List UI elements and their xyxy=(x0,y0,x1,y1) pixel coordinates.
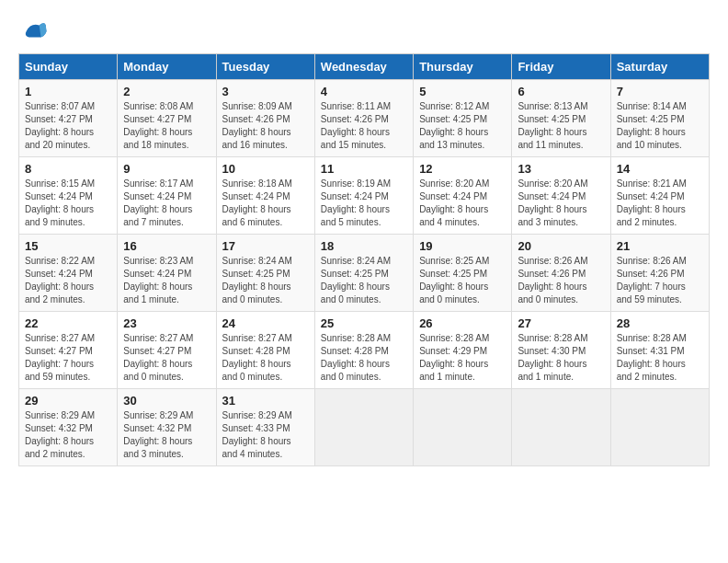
day-number: 29 xyxy=(25,394,111,408)
day-number: 21 xyxy=(617,239,703,253)
day-info: Sunrise: 8:26 AMSunset: 4:26 PMDaylight:… xyxy=(518,256,587,304)
calendar-cell: 21 Sunrise: 8:26 AMSunset: 4:26 PMDaylig… xyxy=(610,235,709,312)
day-number: 24 xyxy=(222,316,309,330)
calendar-week-row: 15 Sunrise: 8:22 AMSunset: 4:24 PMDaylig… xyxy=(19,235,710,312)
calendar-cell: 28 Sunrise: 8:28 AMSunset: 4:31 PMDaylig… xyxy=(610,312,709,389)
day-info: Sunrise: 8:27 AMSunset: 4:27 PMDaylight:… xyxy=(25,333,95,382)
header-saturday: Saturday xyxy=(610,54,709,80)
calendar-cell: 14 Sunrise: 8:21 AMSunset: 4:24 PMDaylig… xyxy=(610,157,709,235)
day-info: Sunrise: 8:24 AMSunset: 4:25 PMDaylight:… xyxy=(321,256,391,304)
calendar-cell: 24 Sunrise: 8:27 AMSunset: 4:28 PMDaylig… xyxy=(216,312,314,389)
day-info: Sunrise: 8:27 AMSunset: 4:27 PMDaylight:… xyxy=(123,333,193,382)
day-number: 18 xyxy=(321,239,407,253)
calendar-cell: 3 Sunrise: 8:09 AMSunset: 4:26 PMDayligh… xyxy=(216,80,314,157)
day-number: 30 xyxy=(123,394,210,408)
calendar-cell: 23 Sunrise: 8:27 AMSunset: 4:27 PMDaylig… xyxy=(118,312,216,389)
day-number: 23 xyxy=(123,316,210,330)
day-info: Sunrise: 8:24 AMSunset: 4:25 PMDaylight:… xyxy=(222,256,292,304)
day-info: Sunrise: 8:29 AMSunset: 4:32 PMDaylight:… xyxy=(25,410,95,459)
calendar-cell: 2 Sunrise: 8:08 AMSunset: 4:27 PMDayligh… xyxy=(118,80,216,157)
header-monday: Monday xyxy=(118,54,216,80)
header-tuesday: Tuesday xyxy=(216,54,314,80)
calendar-cell: 17 Sunrise: 8:24 AMSunset: 4:25 PMDaylig… xyxy=(216,235,314,312)
day-number: 26 xyxy=(419,316,506,330)
day-info: Sunrise: 8:27 AMSunset: 4:28 PMDaylight:… xyxy=(222,333,292,382)
day-number: 17 xyxy=(222,239,309,253)
header-wednesday: Wednesday xyxy=(314,54,413,80)
calendar-cell: 19 Sunrise: 8:25 AMSunset: 4:25 PMDaylig… xyxy=(414,235,512,312)
day-number: 8 xyxy=(25,162,111,176)
calendar-cell: 12 Sunrise: 8:20 AMSunset: 4:24 PMDaylig… xyxy=(414,157,512,235)
day-info: Sunrise: 8:18 AMSunset: 4:24 PMDaylight:… xyxy=(222,178,292,227)
day-info: Sunrise: 8:20 AMSunset: 4:24 PMDaylight:… xyxy=(518,178,587,227)
day-info: Sunrise: 8:19 AMSunset: 4:24 PMDaylight:… xyxy=(321,178,391,227)
calendar-week-row: 29 Sunrise: 8:29 AMSunset: 4:32 PMDaylig… xyxy=(19,389,710,466)
day-number: 12 xyxy=(419,162,506,176)
logo-icon xyxy=(22,18,48,44)
calendar-cell: 30 Sunrise: 8:29 AMSunset: 4:32 PMDaylig… xyxy=(118,389,216,466)
calendar-cell: 6 Sunrise: 8:13 AMSunset: 4:25 PMDayligh… xyxy=(512,80,610,157)
calendar-cell: 8 Sunrise: 8:15 AMSunset: 4:24 PMDayligh… xyxy=(19,157,118,235)
calendar-cell xyxy=(512,389,610,466)
day-number: 27 xyxy=(518,316,604,330)
day-info: Sunrise: 8:11 AMSunset: 4:26 PMDaylight:… xyxy=(321,101,391,150)
day-info: Sunrise: 8:29 AMSunset: 4:33 PMDaylight:… xyxy=(222,410,292,459)
calendar-cell: 13 Sunrise: 8:20 AMSunset: 4:24 PMDaylig… xyxy=(512,157,610,235)
page-header xyxy=(18,18,710,44)
calendar-table: SundayMondayTuesdayWednesdayThursdayFrid… xyxy=(18,53,710,466)
day-info: Sunrise: 8:28 AMSunset: 4:31 PMDaylight:… xyxy=(617,333,687,382)
day-number: 2 xyxy=(123,85,210,98)
day-number: 11 xyxy=(321,162,407,176)
calendar-week-row: 1 Sunrise: 8:07 AMSunset: 4:27 PMDayligh… xyxy=(19,80,710,157)
calendar-cell xyxy=(610,389,709,466)
day-number: 5 xyxy=(419,85,506,98)
day-number: 14 xyxy=(617,162,703,176)
calendar-cell: 7 Sunrise: 8:14 AMSunset: 4:25 PMDayligh… xyxy=(610,80,709,157)
day-number: 10 xyxy=(222,162,309,176)
calendar-cell: 15 Sunrise: 8:22 AMSunset: 4:24 PMDaylig… xyxy=(19,235,118,312)
calendar-cell: 27 Sunrise: 8:28 AMSunset: 4:30 PMDaylig… xyxy=(512,312,610,389)
calendar-cell: 18 Sunrise: 8:24 AMSunset: 4:25 PMDaylig… xyxy=(314,235,413,312)
calendar-cell: 31 Sunrise: 8:29 AMSunset: 4:33 PMDaylig… xyxy=(216,389,314,466)
calendar-header-row: SundayMondayTuesdayWednesdayThursdayFrid… xyxy=(19,54,710,80)
logo xyxy=(18,18,48,44)
day-info: Sunrise: 8:28 AMSunset: 4:28 PMDaylight:… xyxy=(321,333,391,382)
day-number: 4 xyxy=(321,85,407,98)
day-number: 31 xyxy=(222,394,309,408)
header-friday: Friday xyxy=(512,54,610,80)
day-number: 25 xyxy=(321,316,407,330)
day-number: 20 xyxy=(518,239,604,253)
day-info: Sunrise: 8:09 AMSunset: 4:26 PMDaylight:… xyxy=(222,101,292,150)
day-info: Sunrise: 8:20 AMSunset: 4:24 PMDaylight:… xyxy=(419,178,489,227)
day-info: Sunrise: 8:28 AMSunset: 4:29 PMDaylight:… xyxy=(419,333,489,382)
day-number: 28 xyxy=(617,316,703,330)
day-number: 15 xyxy=(25,239,111,253)
day-info: Sunrise: 8:12 AMSunset: 4:25 PMDaylight:… xyxy=(419,101,489,150)
day-number: 22 xyxy=(25,316,111,330)
calendar-cell: 29 Sunrise: 8:29 AMSunset: 4:32 PMDaylig… xyxy=(19,389,118,466)
calendar-cell: 16 Sunrise: 8:23 AMSunset: 4:24 PMDaylig… xyxy=(118,235,216,312)
calendar-cell: 4 Sunrise: 8:11 AMSunset: 4:26 PMDayligh… xyxy=(314,80,413,157)
header-thursday: Thursday xyxy=(414,54,512,80)
day-number: 19 xyxy=(419,239,506,253)
calendar-cell: 9 Sunrise: 8:17 AMSunset: 4:24 PMDayligh… xyxy=(118,157,216,235)
day-number: 7 xyxy=(617,85,703,98)
day-info: Sunrise: 8:22 AMSunset: 4:24 PMDaylight:… xyxy=(25,256,95,304)
day-info: Sunrise: 8:14 AMSunset: 4:25 PMDaylight:… xyxy=(617,101,687,150)
day-number: 1 xyxy=(25,85,111,98)
day-info: Sunrise: 8:26 AMSunset: 4:26 PMDaylight:… xyxy=(617,256,687,304)
calendar-cell: 11 Sunrise: 8:19 AMSunset: 4:24 PMDaylig… xyxy=(314,157,413,235)
day-info: Sunrise: 8:29 AMSunset: 4:32 PMDaylight:… xyxy=(123,410,193,459)
day-info: Sunrise: 8:28 AMSunset: 4:30 PMDaylight:… xyxy=(518,333,587,382)
calendar-cell: 1 Sunrise: 8:07 AMSunset: 4:27 PMDayligh… xyxy=(19,80,118,157)
day-number: 13 xyxy=(518,162,604,176)
day-number: 6 xyxy=(518,85,604,98)
day-info: Sunrise: 8:13 AMSunset: 4:25 PMDaylight:… xyxy=(518,101,587,150)
calendar-cell: 20 Sunrise: 8:26 AMSunset: 4:26 PMDaylig… xyxy=(512,235,610,312)
day-info: Sunrise: 8:23 AMSunset: 4:24 PMDaylight:… xyxy=(123,256,193,304)
day-info: Sunrise: 8:15 AMSunset: 4:24 PMDaylight:… xyxy=(25,178,95,227)
calendar-cell: 25 Sunrise: 8:28 AMSunset: 4:28 PMDaylig… xyxy=(314,312,413,389)
calendar-cell xyxy=(414,389,512,466)
day-number: 16 xyxy=(123,239,210,253)
day-info: Sunrise: 8:08 AMSunset: 4:27 PMDaylight:… xyxy=(123,101,193,150)
